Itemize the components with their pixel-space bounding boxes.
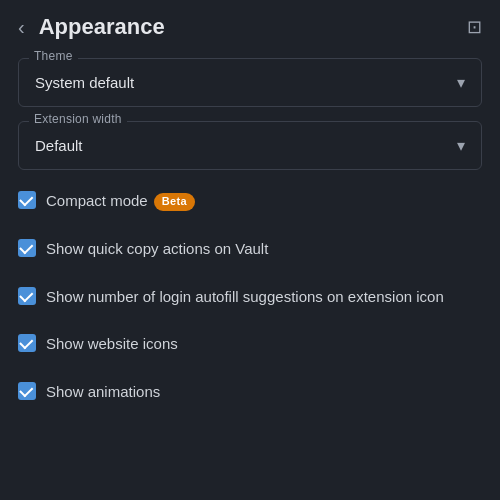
beta-badge: Beta [154,193,195,211]
chevron-down-icon: ▾ [457,73,465,92]
extension-width-section: Extension width Default ▾ [18,121,482,170]
animations-row: Show animations [18,375,482,409]
extension-width-value: Default [35,137,83,154]
appearance-page: ‹ Appearance ⊡ Theme System default ▾ Ex… [0,0,500,500]
autofill-row: Show number of login autofill suggestion… [18,280,482,314]
header-left: ‹ Appearance [14,14,165,40]
theme-legend: Theme [29,49,78,63]
compact-mode-label: Compact modeBeta [46,190,195,212]
theme-value: System default [35,74,134,91]
quick-copy-row: Show quick copy actions on Vault [18,232,482,266]
website-icons-label: Show website icons [46,333,178,355]
quick-copy-label: Show quick copy actions on Vault [46,238,268,260]
compact-mode-checkbox-wrap[interactable] [18,191,36,209]
quick-copy-checkbox-wrap[interactable] [18,239,36,257]
content-area: Theme System default ▾ Extension width D… [0,50,500,427]
animations-checkbox-wrap[interactable] [18,382,36,400]
theme-section: Theme System default ▾ [18,58,482,107]
extension-width-dropdown[interactable]: Default ▾ [31,126,469,157]
animations-label: Show animations [46,381,160,403]
chevron-down-icon-2: ▾ [457,136,465,155]
website-icons-row: Show website icons [18,327,482,361]
compact-mode-row: Compact modeBeta [18,184,482,218]
header: ‹ Appearance ⊡ [0,0,500,50]
autofill-checkbox-wrap[interactable] [18,287,36,305]
website-icons-checkbox-wrap[interactable] [18,334,36,352]
theme-dropdown[interactable]: System default ▾ [31,63,469,94]
export-icon[interactable]: ⊡ [467,16,482,38]
autofill-label: Show number of login autofill suggestion… [46,286,444,308]
back-button[interactable]: ‹ [14,15,29,39]
page-title: Appearance [39,14,165,40]
extension-width-legend: Extension width [29,112,127,126]
